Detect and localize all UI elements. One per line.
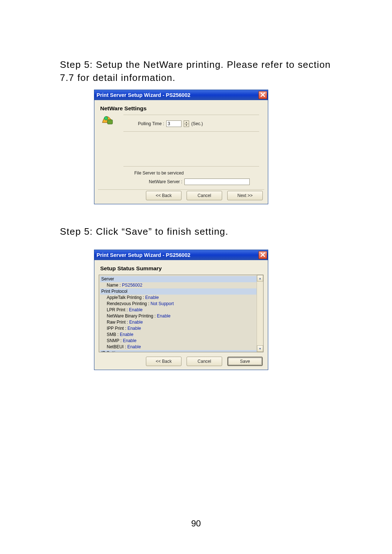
summary-item-key: LPR Print : (107, 307, 129, 312)
spinner-up-icon: ▲ (184, 121, 189, 124)
polling-time-row: Polling Time : ▲ ▼ (Sec.) (138, 120, 203, 127)
scroll-track (257, 282, 263, 345)
summary-item-value: Enable (145, 295, 159, 300)
cancel-button[interactable]: Cancel (187, 191, 222, 200)
polling-time-input[interactable] (166, 120, 181, 127)
close-button[interactable] (258, 251, 267, 259)
summary-item-value: Enable (123, 338, 136, 343)
summary-item-value: PS256002 (122, 283, 142, 288)
summary-item: Rendezvous Printing : Not Support (100, 301, 257, 307)
summary-content: ServerName : PS256002Print ProtocolApple… (99, 275, 257, 352)
window-title: Print Server Setup Wizard - PS256002 (97, 92, 258, 98)
window-title: Print Server Setup Wizard - PS256002 (97, 252, 258, 258)
close-button[interactable] (258, 91, 267, 99)
section-heading: NetWare Settings (100, 105, 262, 112)
close-icon (261, 252, 265, 258)
wizard-icon (99, 112, 115, 127)
scrollbar[interactable]: ▲ ▼ (257, 275, 263, 352)
summary-item-value: Not Support (151, 301, 174, 306)
summary-group: IP Settings (100, 350, 257, 352)
summary-item-value: Enable (129, 320, 143, 325)
summary-item-value: Enable (129, 307, 142, 312)
summary-item-value: Enable (127, 326, 141, 331)
save-button[interactable]: Save (227, 357, 263, 366)
back-button[interactable]: << Back (146, 357, 181, 366)
section-heading: Setup Status Summary (100, 265, 262, 272)
titlebar: Print Server Setup Wizard - PS256002 (94, 90, 268, 100)
summary-item-key: SNMP : (107, 338, 123, 343)
summary-item: SMB : Enable (100, 332, 257, 338)
summary-item: Name : PS256002 (100, 282, 257, 288)
netware-server-input[interactable] (184, 178, 250, 185)
divider (123, 115, 259, 115)
svg-rect-2 (107, 120, 113, 124)
file-server-label: File Server to be serviced (134, 171, 184, 176)
summary-item: SNMP : Enable (100, 338, 257, 344)
next-button[interactable]: Next >> (227, 191, 263, 200)
page-number: 90 (0, 518, 392, 529)
summary-item-key: IPP Print : (107, 326, 127, 331)
summary-listbox: ServerName : PS256002Print ProtocolApple… (99, 275, 264, 352)
summary-item-key: SMB : (107, 332, 120, 337)
document-paragraph-1: Step 5: Setup the NetWare printing. Plea… (60, 58, 336, 85)
summary-item-key: NetWare Binary Printing : (107, 313, 157, 319)
scroll-down-icon: ▼ (257, 345, 263, 352)
summary-item-value: Enable (120, 332, 133, 337)
netware-server-label: NetWare Server : (149, 179, 182, 184)
divider (123, 131, 259, 132)
summary-item-value: Enable (157, 313, 170, 319)
spinner-down-icon: ▼ (184, 124, 189, 127)
summary-item-key: Name : (107, 283, 122, 288)
wizard-button-row: << Back Cancel Save (146, 357, 263, 366)
titlebar: Print Server Setup Wizard - PS256002 (94, 250, 268, 260)
summary-item: LPR Print : Enable (100, 307, 257, 313)
polling-time-spinner[interactable]: ▲ ▼ (184, 120, 189, 127)
summary-group: Print Protocol (100, 288, 257, 295)
summary-item: IPP Print : Enable (100, 325, 257, 332)
summary-item: NetWare Binary Printing : Enable (100, 313, 257, 319)
summary-item-value: Enable (127, 344, 141, 349)
summary-item: Raw Print : Enable (100, 319, 257, 325)
wizard-button-row: << Back Cancel Next >> (146, 191, 263, 200)
polling-time-label: Polling Time : (138, 121, 164, 126)
summary-item-key: Rendezvous Printing : (107, 301, 151, 306)
scroll-up-icon: ▲ (257, 275, 263, 282)
summary-item-key: AppleTalk Printing : (107, 295, 145, 300)
summary-item: NetBEUI : Enable (100, 344, 257, 350)
summary-item: AppleTalk Printing : Enable (100, 295, 257, 301)
polling-time-unit: (Sec.) (191, 121, 203, 126)
close-icon (261, 92, 265, 98)
svg-point-1 (104, 116, 108, 120)
divider (98, 189, 264, 190)
netware-server-row: NetWare Server : (149, 178, 250, 185)
summary-item-key: Raw Print : (107, 320, 129, 325)
summary-item-key: NetBEUI : (107, 344, 127, 349)
back-button[interactable]: << Back (146, 191, 181, 200)
dialog-setup-summary: Print Server Setup Wizard - PS256002 Set… (94, 250, 268, 370)
document-paragraph-2: Step 5: Click “Save” to finish setting. (60, 225, 336, 238)
dialog-netware-settings: Print Server Setup Wizard - PS256002 Net… (94, 90, 268, 204)
divider (123, 166, 259, 167)
summary-group: Server (100, 276, 257, 282)
cancel-button[interactable]: Cancel (187, 357, 222, 366)
